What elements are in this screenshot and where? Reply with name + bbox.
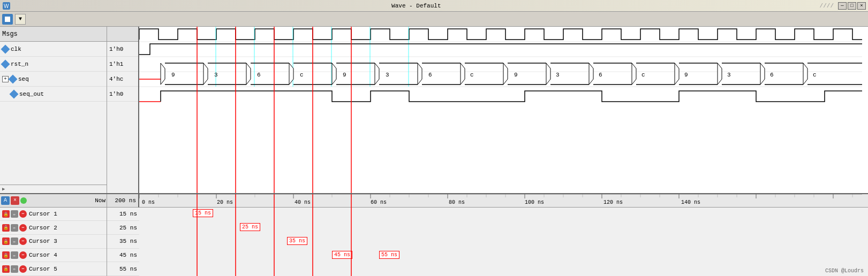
cursor-4-time: 45 ns <box>107 249 139 263</box>
cursor-signal-panel: A × Now 🔒 ✏ − Cursor 1 🔒 ✏ − <box>0 194 107 276</box>
cursor-2-lock-icon[interactable]: 🔒 <box>2 224 10 232</box>
svg-text:c: c <box>300 72 304 78</box>
svg-text:9: 9 <box>343 72 346 78</box>
bottom-toolbar: A × Now <box>0 194 107 208</box>
cursor-5-label: 55 ns <box>379 251 399 259</box>
svg-rect-3 <box>139 27 862 193</box>
max-button[interactable]: □ <box>848 2 856 10</box>
seq-icon <box>9 74 18 83</box>
cursor-5-name: Cursor 5 <box>29 266 57 272</box>
close-button[interactable]: × <box>857 2 866 10</box>
svg-text:0 ns: 0 ns <box>142 200 155 205</box>
cursor-5-row: 🔒 ✏ − Cursor 5 <box>0 262 107 276</box>
seq-value: 4'hc <box>107 72 138 87</box>
drag-handle[interactable]: ▶ <box>0 185 107 193</box>
svg-text:9: 9 <box>684 72 688 78</box>
title-bar-buttons: ─ □ × <box>838 2 866 10</box>
svg-text:140 ns: 140 ns <box>681 200 700 205</box>
svg-text:c: c <box>813 72 817 78</box>
cursor-1-time: 15 ns <box>107 208 139 221</box>
cursor-2-row: 🔒 ✏ − Cursor 2 <box>0 221 107 235</box>
toolbar-icon-small-1[interactable]: A <box>1 196 10 205</box>
cursor-5-edit-icon[interactable]: ✏ <box>11 265 18 273</box>
value-panel: 1'h0 1'h1 4'hc 1'h0 <box>107 27 139 193</box>
svg-text:20 ns: 20 ns <box>217 200 233 205</box>
cursor-3-row: 🔒 ✏ − Cursor 3 <box>0 235 107 249</box>
rst-n-name: rst_n <box>11 61 28 67</box>
cursor-1-lock-icon[interactable]: 🔒 <box>2 210 10 218</box>
rst-n-icon <box>1 59 10 68</box>
title-bar-text: Wave - Default <box>13 3 820 9</box>
main-area: ▼ Msgs clk rst_n + seq <box>0 12 868 276</box>
cursor-1-del-icon[interactable]: − <box>19 210 27 218</box>
now-value: 200 ns <box>115 197 136 204</box>
seq-out-value: 1'h0 <box>107 87 138 102</box>
now-value-column: 200 ns 15 ns 25 ns 35 ns 45 ns 55 ns <box>107 194 139 276</box>
svg-text:c: c <box>641 72 645 78</box>
svg-text:80 ns: 80 ns <box>449 200 465 205</box>
svg-rect-2 <box>5 17 10 22</box>
bottom-panel: A × Now 🔒 ✏ − Cursor 1 🔒 ✏ − <box>0 193 868 276</box>
cursor-2-time: 25 ns <box>107 221 139 235</box>
msgs-label: Msgs <box>2 30 18 38</box>
svg-text:120 ns: 120 ns <box>603 200 623 205</box>
toolbar-dropdown[interactable]: ▼ <box>15 14 26 25</box>
cursor-2-edit-icon[interactable]: ✏ <box>11 224 18 232</box>
svg-text:3: 3 <box>386 72 389 78</box>
cursor-4-edit-icon[interactable]: ✏ <box>11 251 18 259</box>
svg-text:6: 6 <box>599 72 602 78</box>
cursor-1-row: 🔒 ✏ − Cursor 1 <box>0 208 107 221</box>
now-label: Now <box>95 197 105 204</box>
svg-text:6: 6 <box>428 72 432 78</box>
cursor-4-lock-icon[interactable]: 🔒 <box>2 251 10 259</box>
bottom-wave-area[interactable]: 0 ns 20 ns 40 ns 60 ns 80 ns 100 ns 120 … <box>139 194 868 276</box>
cursor-4-icons: 🔒 ✏ − <box>2 251 27 259</box>
cursor-1-edit-icon[interactable]: ✏ <box>11 210 18 218</box>
toolbar-icon-small-2[interactable]: × <box>11 196 19 205</box>
clk-icon <box>1 44 10 53</box>
signal-row-clk: clk <box>0 42 107 57</box>
now-value-header: 200 ns <box>107 194 139 208</box>
app-icon: W <box>2 2 11 10</box>
cursor-3-lock-icon[interactable]: 🔒 <box>2 237 10 245</box>
cursor-5-time: 55 ns <box>107 262 139 276</box>
value-spacer <box>107 102 138 193</box>
min-button[interactable]: ─ <box>838 2 847 10</box>
svg-text:3: 3 <box>727 72 731 78</box>
cursor-3-del-icon[interactable]: − <box>19 237 27 245</box>
cursor-2-name: Cursor 2 <box>29 225 57 231</box>
cursor-3-label: 35 ns <box>287 237 307 245</box>
cursor-4-del-icon[interactable]: − <box>19 251 27 259</box>
toolbar-green-status <box>20 197 27 204</box>
cursor-4-label: 45 ns <box>332 251 352 259</box>
clk-name: clk <box>11 46 21 52</box>
cursor-3-edit-icon[interactable]: ✏ <box>11 237 18 245</box>
watermark: CSDN @Loudrs <box>825 268 864 274</box>
waveform-display[interactable]: 9 3 6 c 9 <box>139 27 868 193</box>
seq-name: seq <box>18 76 29 82</box>
cursor-5-del-icon[interactable]: − <box>19 265 27 273</box>
svg-text:3: 3 <box>214 72 218 78</box>
svg-text:60 ns: 60 ns <box>371 200 387 205</box>
cursor-5-lock-icon[interactable]: 🔒 <box>2 265 10 273</box>
svg-text:c: c <box>470 72 474 78</box>
signal-names-panel: Msgs clk rst_n + seq seq_out <box>0 27 107 193</box>
svg-text:3: 3 <box>556 72 560 78</box>
cursor-2-del-icon[interactable]: − <box>19 224 27 232</box>
cursor-4-name: Cursor 4 <box>29 252 57 258</box>
cursor-4-row: 🔒 ✏ − Cursor 4 <box>0 249 107 263</box>
cursor-3-name: Cursor 3 <box>29 238 57 244</box>
timeline-row: 0 ns 20 ns 40 ns 60 ns 80 ns 100 ns 120 … <box>139 194 868 208</box>
svg-text:100 ns: 100 ns <box>525 200 544 205</box>
svg-text:40 ns: 40 ns <box>295 200 311 205</box>
svg-text:W: W <box>4 3 9 9</box>
rst-n-value: 1'h1 <box>107 57 138 72</box>
toolbar: ▼ <box>0 12 868 27</box>
title-bar: W Wave - Default //// ─ □ × <box>0 0 868 12</box>
signal-spacer <box>0 102 107 185</box>
cursor-3-icons: 🔒 ✏ − <box>2 237 27 245</box>
seq-out-name: seq_out <box>19 91 44 97</box>
svg-text:6: 6 <box>770 72 774 78</box>
cursor-5-icons: 🔒 ✏ − <box>2 265 27 273</box>
toolbar-icon-1[interactable] <box>2 14 13 25</box>
